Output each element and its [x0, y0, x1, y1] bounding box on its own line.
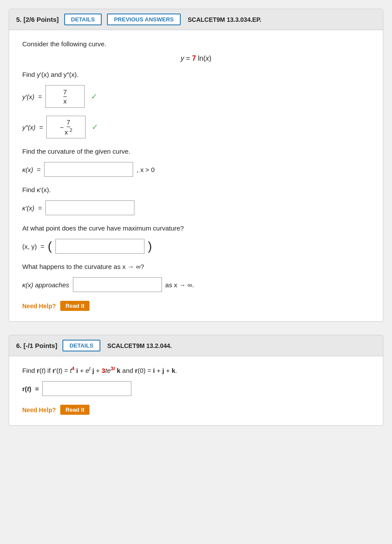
- need-help-row-5: Need Help? Read It: [22, 301, 370, 311]
- kappa-condition: , x > 0: [137, 166, 155, 173]
- y-double-prime-neg-fraction: − 7 x 2: [60, 118, 72, 136]
- kappa-prime-label: κ′(x) =: [22, 204, 42, 212]
- problem-6-question: Find r(t) if r′(t) = t4 i + et j + 3te3t…: [22, 365, 370, 376]
- need-help-text-5: Need Help?: [22, 303, 56, 310]
- problem-6-ref: SCALCET9M 13.2.044.: [107, 342, 172, 349]
- y-prime-fraction: 7 x: [63, 88, 67, 105]
- paren-right: ): [148, 240, 152, 252]
- previous-answers-button-5[interactable]: PREVIOUS ANSWERS: [107, 14, 181, 25]
- find-kappa-prime-label: Find κ′(x).: [22, 185, 370, 195]
- problem-5-body: Consider the following curve. y = 7 ln(x…: [9, 30, 383, 321]
- y-double-prime-check: ✓: [92, 122, 98, 132]
- find-curvature-label: Find the curvature of the given curve.: [22, 146, 370, 157]
- y-prime-label: y′(x) =: [22, 93, 42, 100]
- problem-5-intro: Consider the following curve.: [22, 39, 370, 49]
- need-help-text-6: Need Help?: [22, 406, 56, 413]
- kappa-input[interactable]: [44, 162, 133, 177]
- kappa-limit-row: κ(x) approaches as x → ∞.: [22, 277, 370, 292]
- problem-5-find-derivatives: Find y′(x) and y″(x).: [22, 69, 370, 80]
- y-double-prime-answer-box: − 7 x 2: [46, 116, 86, 138]
- need-help-row-6: Need Help? Read It: [22, 405, 370, 415]
- paren-left: (: [48, 240, 52, 252]
- y-double-prime-fraction: 7 x 2: [65, 118, 72, 136]
- xy-row: (x, y) = ( ): [22, 239, 370, 254]
- as-x-label: as x → ∞.: [165, 281, 194, 289]
- details-button-5[interactable]: DETAILS: [64, 14, 102, 25]
- y-prime-row: y′(x) = 7 x ✓: [22, 85, 370, 108]
- kappa-row: κ(x) = , x > 0: [22, 162, 370, 177]
- kappa-limit-input[interactable]: [73, 277, 162, 292]
- problem-6-header: 6. [-/1 Points] DETAILS SCALCET9M 13.2.0…: [9, 335, 383, 356]
- xy-label: (x, y) =: [22, 243, 44, 250]
- problem-5-card: 5. [2/6 Points] DETAILS PREVIOUS ANSWERS…: [9, 9, 383, 322]
- problem-5-number: 5. [2/6 Points]: [16, 16, 59, 23]
- problem-6-body: Find r(t) if r′(t) = t4 i + et j + 3te3t…: [9, 356, 383, 425]
- y-double-prime-row: y″(x) = − 7 x 2 ✓: [22, 116, 370, 138]
- kappa-prime-row: κ′(x) =: [22, 200, 370, 215]
- max-curvature-question: At what point does the curve have maximu…: [22, 223, 370, 234]
- xy-input[interactable]: [55, 239, 144, 254]
- problem-5-header: 5. [2/6 Points] DETAILS PREVIOUS ANSWERS…: [9, 9, 383, 30]
- y-double-prime-label: y″(x) =: [22, 124, 43, 131]
- details-button-6[interactable]: DETAILS: [62, 340, 100, 351]
- kappa-approaches-label: κ(x) approaches: [22, 281, 69, 289]
- problem-6-number: 6. [-/1 Points]: [16, 342, 57, 349]
- y-prime-answer-box: 7 x: [45, 85, 85, 108]
- problem-6-card: 6. [-/1 Points] DETAILS SCALCET9M 13.2.0…: [9, 335, 383, 426]
- problem-5-equation: y = 7 ln(x): [22, 55, 370, 62]
- read-it-button-5[interactable]: Read It: [60, 301, 89, 311]
- read-it-button-6[interactable]: Read It: [60, 405, 89, 415]
- y-prime-check: ✓: [91, 92, 97, 101]
- r-label: r(t) =: [22, 385, 39, 393]
- r-input[interactable]: [42, 381, 131, 396]
- limit-question: What happens to the curvature as x → ∞?: [22, 262, 370, 272]
- r-row: r(t) =: [22, 381, 370, 396]
- kappa-label: κ(x) =: [22, 166, 41, 173]
- kappa-prime-input[interactable]: [45, 200, 134, 215]
- problem-5-ref: SCALCET9M 13.3.034.EP.: [188, 16, 261, 23]
